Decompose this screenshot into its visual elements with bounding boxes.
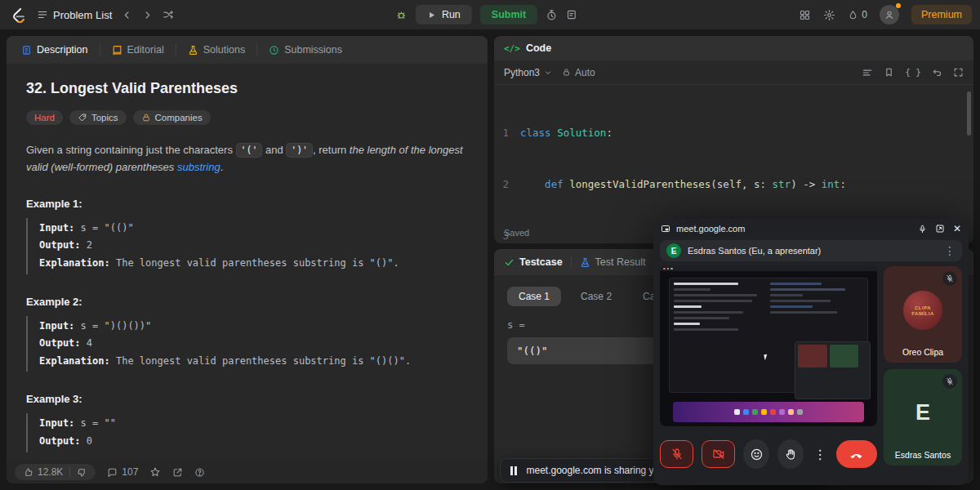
code-panel-header: </> Code: [494, 36, 973, 60]
logo-text-top: CLIPA: [915, 305, 931, 310]
meet-header[interactable]: meet.google.com ✕: [653, 219, 969, 238]
tab-submissions[interactable]: Submissions: [262, 41, 349, 59]
more-options-button[interactable]: ⋮: [812, 447, 828, 462]
example-3-title: Example 3:: [26, 393, 468, 405]
case-2-chip[interactable]: Case 2: [569, 287, 623, 306]
tab-testcase[interactable]: Testcase: [504, 256, 563, 268]
premium-button[interactable]: Premium: [911, 5, 972, 24]
favorite-button[interactable]: [149, 466, 161, 478]
participant-logo: CLIPA FAMÍLIA: [903, 291, 942, 330]
screen-share-preview[interactable]: [660, 266, 877, 426]
raise-hand-icon: [784, 448, 798, 461]
camera-off-button[interactable]: [702, 440, 735, 468]
logo-text-bottom: FAMÍLIA: [911, 311, 934, 316]
mic-off-icon: [670, 448, 684, 461]
presenter-name: Esdras Santos (Eu, a apresentar): [688, 246, 821, 256]
format-icon[interactable]: [862, 67, 873, 78]
settings-button[interactable]: [823, 9, 835, 21]
presenter-bar[interactable]: E Esdras Santos (Eu, a apresentar) ⋮: [660, 240, 962, 261]
tab-solutions[interactable]: Solutions: [181, 41, 252, 59]
play-icon: [427, 11, 436, 20]
mic-icon[interactable]: [918, 225, 927, 234]
random-problem-button[interactable]: [163, 9, 174, 20]
person-icon: [884, 9, 895, 20]
end-call-button[interactable]: [836, 440, 877, 468]
tab-separator: [176, 44, 176, 56]
meet-pip-window: meet.google.com ✕ E Esdras Santos (Eu, a…: [653, 219, 969, 485]
problem-list-button[interactable]: Problem List: [37, 9, 112, 21]
raise-hand-button[interactable]: [777, 439, 804, 469]
code-token: str: [773, 176, 791, 193]
participant-tile-oreo[interactable]: CLIPA FAMÍLIA Oreo Clipa: [884, 266, 962, 363]
streak-counter[interactable]: 0: [848, 9, 867, 20]
case-1-chip[interactable]: Case 1: [507, 287, 561, 306]
participant-tiles: CLIPA FAMÍLIA Oreo Clipa E Esdras Santos: [884, 266, 962, 466]
problem-content: 32. Longest Valid Parentheses Hard Topic…: [7, 64, 488, 461]
code-token: (self, s:: [710, 176, 772, 193]
explanation-label: Explanation:: [39, 355, 110, 367]
submit-label: Submit: [492, 9, 526, 20]
notes-button[interactable]: [566, 9, 577, 20]
thumbs-down-icon: [77, 467, 87, 478]
comments-button[interactable]: 107: [107, 466, 138, 478]
next-problem-button[interactable]: [142, 10, 153, 20]
participant-tile-esdras[interactable]: E Esdras Santos: [884, 369, 962, 466]
output-label: Output:: [39, 435, 81, 447]
timer-button[interactable]: [546, 9, 558, 21]
saved-status: Saved: [504, 228, 529, 238]
tab-description[interactable]: Description: [15, 41, 95, 59]
tab-editorial[interactable]: Editorial: [105, 41, 171, 59]
mic-mute-button[interactable]: [660, 440, 693, 468]
preview-dock: [673, 402, 864, 422]
leetcode-logo[interactable]: [10, 7, 27, 24]
shuffle-icon: [163, 9, 174, 20]
tag-row: Hard Topics Companies: [26, 110, 468, 125]
snippets-icon[interactable]: { }: [905, 67, 921, 78]
example-explanation: The longest valid parentheses substring …: [116, 355, 411, 367]
code-token: longestValidParentheses: [564, 176, 711, 193]
reactions-button[interactable]: [743, 439, 769, 469]
help-button[interactable]: [194, 467, 205, 478]
layout-button[interactable]: [799, 9, 811, 21]
submit-button[interactable]: Submit: [480, 5, 537, 24]
statement-text: and: [262, 144, 286, 156]
code-token: :: [606, 124, 612, 141]
dislike-button[interactable]: [77, 467, 87, 478]
preview-cursor: [764, 354, 768, 360]
run-button[interactable]: Run: [416, 5, 472, 24]
share-icon: [172, 467, 183, 478]
code-token: :: [840, 176, 846, 193]
debugger-button[interactable]: [395, 9, 408, 21]
topics-pill[interactable]: Topics: [69, 110, 127, 125]
close-icon[interactable]: ✕: [953, 223, 961, 234]
back-to-tab-icon[interactable]: [935, 224, 945, 234]
prev-problem-button[interactable]: [122, 10, 132, 20]
tab-description-label: Description: [37, 44, 88, 56]
comment-icon: [107, 467, 118, 478]
substring-link[interactable]: substring: [177, 161, 220, 173]
example-2-block: Input: s = ")()())" Output: 4 Explanatio…: [26, 316, 468, 372]
editor-toolbar: Python3 Auto { }: [494, 60, 973, 85]
statement-text: Given a string containing just the chara…: [26, 144, 236, 156]
share-button[interactable]: [172, 467, 183, 478]
user-avatar[interactable]: [880, 5, 899, 24]
editor-scrollbar[interactable]: [967, 91, 971, 136]
reset-icon[interactable]: [932, 67, 942, 78]
code-panel: </> Code Python3 Auto { } 1class Soluti: [494, 36, 973, 243]
tab-test-result[interactable]: Test Result: [580, 256, 646, 268]
test-result-tab-label: Test Result: [595, 256, 646, 268]
gear-icon: [823, 9, 835, 21]
bookmark-icon[interactable]: [884, 67, 894, 78]
example-3-block: Input: s = "" Output: 0: [26, 413, 468, 452]
description-tabbar: Description Editorial Solutions Submissi…: [7, 36, 488, 64]
difficulty-badge[interactable]: Hard: [26, 110, 63, 125]
input-label: Input:: [39, 320, 74, 332]
example-1-block: Input: s = "(()" Output: 2 Explanation: …: [26, 218, 468, 274]
language-selector[interactable]: Python3: [504, 67, 552, 78]
tab-submissions-label: Submissions: [284, 44, 342, 56]
companies-pill[interactable]: Companies: [133, 110, 211, 125]
fullscreen-icon[interactable]: [953, 67, 964, 78]
kebab-menu-icon[interactable]: ⋮: [944, 244, 956, 257]
auto-toggle[interactable]: Auto: [562, 67, 595, 78]
like-button[interactable]: 12.8K: [23, 466, 63, 478]
